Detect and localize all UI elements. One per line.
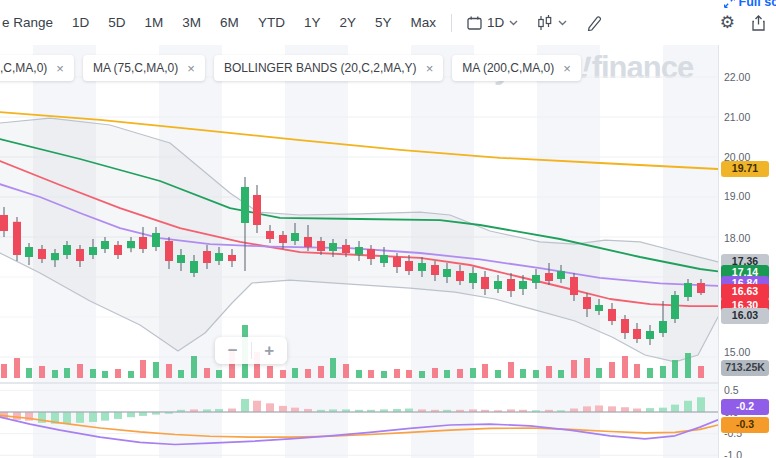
share-icon [751, 15, 766, 31]
candle-body [367, 249, 375, 259]
candle-body [671, 295, 679, 319]
volume-bar [140, 360, 146, 378]
volume-bar [584, 358, 590, 378]
candle-body [241, 187, 249, 223]
volume-bar [128, 371, 134, 378]
chart-type-dropdown[interactable] [537, 15, 567, 31]
volume-bar [191, 356, 197, 378]
candle-body [507, 279, 515, 291]
draw-tool-button[interactable] [586, 14, 603, 31]
macd-histogram-bar [595, 406, 603, 412]
pencil-icon [586, 14, 603, 31]
volume-bar [660, 366, 666, 378]
range-button-6m[interactable]: 6M [220, 15, 239, 30]
macd-histogram-bar [671, 405, 679, 412]
candle-body [443, 269, 451, 277]
price-axis-label: 18.00 [724, 232, 750, 244]
zoom-out-button[interactable]: − [215, 337, 251, 364]
indicator-tag[interactable]: ,C,MA,0)× [0, 55, 74, 81]
macd-histogram-bar [684, 401, 692, 412]
candle-body [228, 255, 236, 261]
candle-body [89, 247, 97, 255]
indicator-tag-label: MA (75,C,MA,0) [93, 61, 178, 75]
volume-bar [609, 362, 615, 378]
candle-body [279, 235, 287, 243]
indicator-tag[interactable]: BOLLINGER BANDS (20,C,2,MA,Y)× [214, 55, 443, 81]
macd-histogram-bar [253, 401, 261, 412]
chevron-down-icon [558, 20, 567, 26]
indicator-tag[interactable]: MA (75,C,MA,0)× [83, 55, 205, 81]
chevron-down-icon [509, 20, 518, 26]
volume-bar [52, 370, 58, 378]
candle-body [456, 271, 464, 281]
candle-body [317, 241, 325, 251]
price-axis-label: 21.00 [724, 111, 750, 123]
range-button-1d[interactable]: 1D [72, 15, 89, 30]
zoom-controls: − + [215, 337, 287, 364]
candle-body [532, 275, 540, 283]
price-axis-label: 22.00 [724, 71, 750, 83]
candle-body [621, 319, 629, 333]
candle-body [253, 195, 261, 225]
candle-body [139, 237, 147, 249]
macd-histogram-bar [63, 412, 71, 424]
close-icon[interactable]: × [426, 62, 434, 75]
volume-bar [305, 369, 311, 378]
candle-body [494, 281, 502, 289]
fullscreen-link[interactable]: Full scre [724, 0, 776, 9]
candle-body [418, 263, 426, 271]
zoom-in-button[interactable]: + [252, 337, 288, 364]
candle-body [0, 215, 8, 231]
candle-body [431, 265, 439, 275]
close-icon[interactable]: × [563, 62, 571, 75]
candle-body [152, 233, 160, 247]
volume-bar [634, 364, 640, 378]
range-button-5d[interactable]: 5D [108, 15, 125, 30]
close-icon[interactable]: × [56, 62, 64, 75]
volume-bar [102, 371, 108, 378]
range-button-2y[interactable]: 2Y [339, 15, 356, 30]
volume-bar [622, 356, 628, 378]
fullscreen-label: Full scre [739, 0, 776, 9]
candle-body [519, 281, 527, 289]
candle-body [697, 283, 705, 293]
volume-bar [432, 368, 438, 378]
share-button[interactable] [751, 15, 766, 31]
macd-axis-label: -1.0 [724, 449, 742, 458]
fullscreen-expand-icon [724, 0, 735, 8]
indicator-tag[interactable]: MA (200,C,MA,0)× [452, 55, 581, 81]
range-button-5y[interactable]: 5Y [375, 15, 392, 30]
candle-body [570, 277, 578, 295]
volume-bar [647, 368, 653, 378]
volume-bar [318, 366, 324, 378]
range-button-3m[interactable]: 3M [182, 15, 201, 30]
candle-body [393, 257, 401, 267]
volume-bar [571, 360, 577, 378]
interval-dropdown[interactable]: 1D [467, 15, 518, 30]
candle-body [633, 329, 641, 339]
macd-axis-label: 0.5 [724, 384, 739, 396]
price-badge: 16.63 [721, 284, 769, 300]
range-button-1y[interactable]: 1Y [304, 15, 321, 30]
range-button-1m[interactable]: 1M [145, 15, 164, 30]
candle-body [545, 273, 553, 281]
settings-button[interactable]: ⚙ [720, 14, 735, 31]
volume-bar [533, 370, 539, 378]
volume-bar [482, 364, 488, 378]
volume-bar [495, 370, 501, 378]
close-icon[interactable]: × [187, 62, 195, 75]
candle-body [63, 245, 71, 255]
candle-body [481, 277, 489, 289]
toolbar-actions: ⚙ [720, 14, 776, 31]
volume-bar [216, 370, 222, 378]
volume-bar [508, 362, 514, 378]
macd-badge: -0.2 [721, 399, 769, 415]
volume-bar [280, 370, 286, 378]
range-button-ytd[interactable]: YTD [258, 15, 285, 30]
macd-histogram-bar [266, 403, 274, 412]
candle-body [38, 249, 46, 259]
macd-histogram-bar [241, 399, 249, 412]
volume-bar [115, 369, 121, 378]
price-axis[interactable]: 22.0021.0020.0019.0018.0015.000.50.0-0.5… [718, 45, 776, 458]
range-button-max[interactable]: Max [410, 15, 436, 30]
